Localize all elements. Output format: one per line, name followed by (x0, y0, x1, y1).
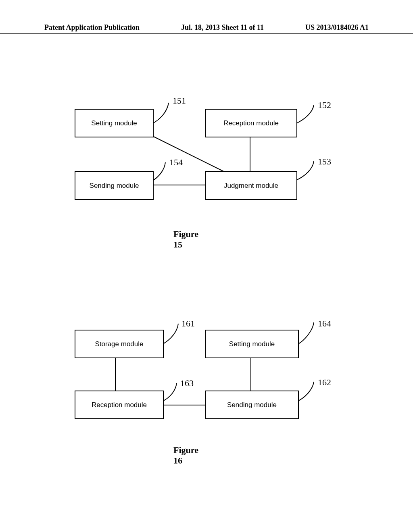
box-label: Sending module (227, 401, 277, 409)
fig16-ref-164: 164 (318, 318, 331, 329)
fig16-reception-module: Reception module (75, 391, 164, 419)
fig16-storage-module: Storage module (75, 330, 164, 358)
box-label: Storage module (95, 340, 143, 348)
box-label: Setting module (229, 340, 275, 348)
fig16-setting-module: Setting module (205, 330, 299, 358)
box-label: Reception module (92, 401, 147, 409)
figure-16-lines (0, 0, 413, 532)
fig16-sending-module: Sending module (205, 391, 299, 419)
figure-16-caption: Figure 16 (173, 445, 198, 466)
fig16-ref-161: 161 (181, 318, 195, 329)
fig16-ref-162: 162 (318, 377, 331, 388)
fig16-ref-163: 163 (180, 378, 194, 389)
